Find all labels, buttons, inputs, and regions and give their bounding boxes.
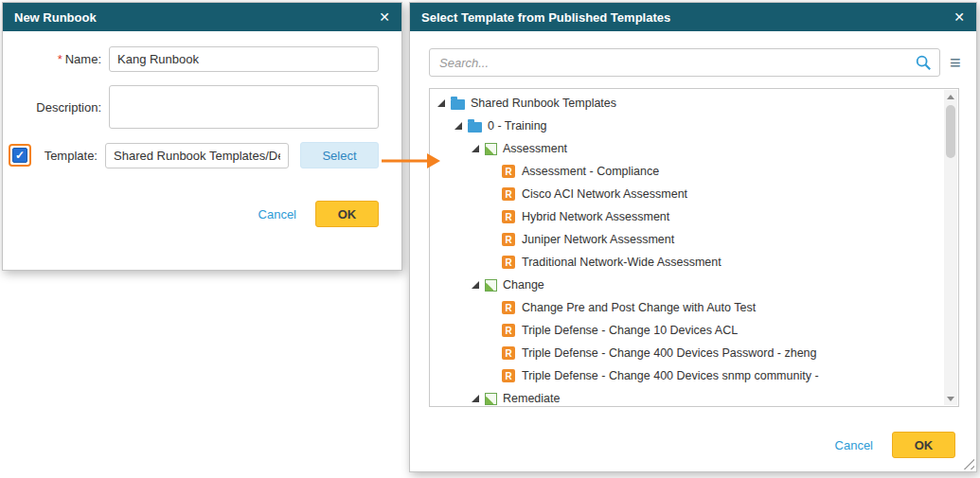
dialog-titlebar: Select Template from Published Templates…: [410, 3, 976, 31]
tree-item-label: Juniper Network Assessment: [522, 233, 674, 246]
description-label: Description:: [26, 100, 101, 115]
template-tree: Shared Runbook Templates0 - TrainingAsse…: [429, 88, 959, 407]
tree-item[interactable]: Shared Runbook Templates: [430, 92, 943, 115]
runbook-icon: R: [502, 301, 515, 314]
dialog-title: New Runbook: [14, 10, 97, 25]
tree-item[interactable]: RJuniper Network Assessment: [430, 228, 943, 251]
tree-item-label: 0 - Training: [488, 119, 547, 133]
tree-item[interactable]: RAssessment - Compliance: [430, 160, 943, 183]
search-row: ≡: [410, 31, 976, 88]
tree-scrollbar[interactable]: [944, 90, 957, 405]
expand-collapse-icon[interactable]: [437, 99, 445, 107]
name-input[interactable]: [109, 46, 379, 72]
runbook-icon: R: [502, 187, 515, 201]
template-path-input[interactable]: [105, 143, 289, 168]
template-row: ✓ Template: Select: [9, 142, 379, 168]
close-icon[interactable]: ✕: [379, 10, 390, 24]
runbook-icon: R: [502, 233, 515, 246]
tree-item-label: Triple Defense - Change 400 Devices Pass…: [522, 346, 817, 360]
ok-button[interactable]: OK: [892, 432, 955, 458]
category-icon: [485, 393, 497, 405]
runbook-icon: R: [502, 324, 515, 337]
tree-item[interactable]: RCisco ACI Network Assessment: [430, 183, 943, 205]
check-icon: ✓: [15, 150, 25, 161]
folder-icon: [468, 122, 482, 133]
tree-item[interactable]: RHybrid Network Assessment: [430, 205, 943, 228]
template-tree-rows: Shared Runbook Templates0 - TrainingAsse…: [430, 89, 958, 407]
menu-icon[interactable]: ≡: [950, 53, 961, 72]
description-input[interactable]: [109, 85, 379, 129]
expand-collapse-icon[interactable]: [472, 281, 479, 289]
tree-item-label: Assessment: [503, 142, 567, 155]
name-label: *Name:: [26, 52, 101, 66]
tree-item-label: Change: [503, 278, 544, 292]
select-template-button[interactable]: Select: [300, 142, 379, 168]
category-icon: [485, 143, 497, 155]
tree-item[interactable]: Change: [430, 274, 943, 296]
runbook-icon: R: [502, 210, 515, 223]
new-runbook-form: *Name: Description: ✓ Template: Select C…: [3, 31, 401, 227]
template-label: Template:: [35, 149, 98, 163]
tree-item-label: Change Pre and Post Change with Auto Tes…: [522, 301, 756, 314]
checkbox-annotation-highlight: ✓: [9, 144, 31, 167]
tree-item-label: Shared Runbook Templates: [471, 97, 616, 110]
required-asterisk: *: [58, 52, 62, 66]
tree-item-label: Remediate: [503, 392, 560, 405]
expand-collapse-icon[interactable]: [472, 145, 479, 152]
search-input[interactable]: [429, 48, 940, 77]
new-runbook-footer: Cancel OK: [26, 201, 379, 227]
runbook-icon: R: [502, 256, 515, 269]
tree-item-label: Triple Defense - Change 400 Devices snmp…: [522, 369, 819, 382]
close-icon[interactable]: ✕: [953, 10, 965, 24]
name-row: *Name:: [26, 46, 379, 72]
template-checkbox[interactable]: ✓: [12, 148, 27, 163]
tree-item-label: Triple Defense - Change 10 Devices ACL: [522, 324, 738, 337]
tree-item[interactable]: Assessment: [430, 137, 943, 160]
dialog-titlebar: New Runbook ✕: [3, 3, 401, 31]
tree-item-label: Hybrid Network Assessment: [522, 210, 669, 223]
tree-item[interactable]: RChange Pre and Post Change with Auto Te…: [430, 296, 943, 319]
tree-item-label: Traditional Network-Wide Assessment: [522, 256, 722, 269]
annotation-arrow: [380, 151, 442, 170]
folder-icon: [451, 99, 465, 110]
cancel-button[interactable]: Cancel: [258, 207, 296, 221]
ok-button[interactable]: OK: [315, 201, 379, 227]
description-row: Description:: [26, 85, 379, 129]
tree-item-label: Assessment - Compliance: [522, 165, 659, 178]
search-icon[interactable]: [915, 54, 932, 71]
expand-collapse-icon[interactable]: [472, 395, 479, 402]
runbook-icon: R: [502, 165, 515, 178]
tree-item[interactable]: RTraditional Network-Wide Assessment: [430, 251, 943, 274]
tree-item[interactable]: RTriple Defense - Change 400 Devices snm…: [430, 364, 943, 387]
search-wrap: [429, 48, 940, 77]
scrollbar-thumb[interactable]: [946, 105, 955, 158]
tree-item[interactable]: 0 - Training: [430, 115, 943, 137]
tree-item[interactable]: Remediate: [430, 387, 943, 407]
tree-item[interactable]: RTriple Defense - Change 400 Devices Pas…: [430, 342, 943, 364]
category-icon: [485, 279, 497, 292]
tree-item-label: Cisco ACI Network Assessment: [522, 187, 687, 201]
runbook-icon: R: [502, 346, 515, 360]
select-template-dialog: Select Template from Published Templates…: [409, 2, 977, 472]
cancel-button[interactable]: Cancel: [835, 438, 873, 452]
scroll-up-icon[interactable]: [944, 90, 957, 103]
select-template-footer: Cancel OK: [835, 432, 955, 458]
runbook-icon: R: [502, 369, 515, 382]
scroll-down-icon[interactable]: [944, 392, 957, 405]
expand-collapse-icon[interactable]: [454, 122, 462, 130]
resize-handle[interactable]: [963, 458, 974, 469]
dialog-title: Select Template from Published Templates: [421, 10, 670, 25]
tree-item[interactable]: RTriple Defense - Change 10 Devices ACL: [430, 319, 943, 342]
new-runbook-dialog: New Runbook ✕ *Name: Description: ✓ Temp…: [2, 2, 402, 271]
